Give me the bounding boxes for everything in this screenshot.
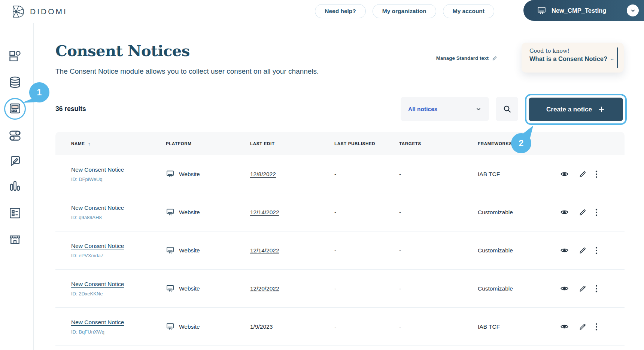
results-count: 36 results — [55, 105, 86, 113]
monitor-icon — [537, 6, 546, 15]
row-menu-button[interactable] — [595, 322, 598, 331]
platform-cell: Website — [160, 284, 244, 293]
sidebar-item-content-editor[interactable] — [8, 154, 22, 168]
brand-logo[interactable]: DIDOMI — [11, 5, 67, 18]
manage-standard-text-link[interactable]: Manage Standard text — [436, 55, 497, 61]
notice-name-cell: New Consent Notice ID: ePVXmda7 — [55, 243, 160, 258]
notice-id: ID: DFpiWeUq — [71, 176, 160, 182]
notice-name-cell: New Consent Notice ID: q9a89AH8 — [55, 205, 160, 220]
column-header-name[interactable]: NAME ↑ — [55, 141, 160, 147]
good-to-know-callout[interactable]: Good to know! What is a Consent Notice? … — [522, 43, 624, 73]
last-published-cell: - — [329, 323, 394, 330]
platform-cell: Website — [160, 208, 244, 217]
edit-button[interactable] — [579, 170, 587, 178]
kebab-menu-icon — [595, 284, 598, 293]
create-notice-label: Create a notice — [546, 106, 592, 113]
frameworks-cell: Customizable — [472, 285, 553, 292]
pencil-icon — [579, 208, 587, 216]
storefront-icon — [8, 233, 22, 246]
notice-name-cell: New Consent Notice ID: 2DxeKKNe — [55, 281, 160, 297]
frameworks-cell: Customizable — [472, 209, 553, 216]
workspace-switcher[interactable]: New_CMP_Testing — [523, 0, 644, 21]
column-header-last-edit: LAST EDIT — [244, 141, 329, 146]
frameworks-cell: IAB TCF — [472, 171, 553, 178]
row-menu-button[interactable] — [595, 246, 598, 255]
row-actions — [553, 170, 625, 179]
search-icon — [503, 105, 511, 113]
column-header-targets: TARGETS — [394, 141, 472, 146]
my-account-button[interactable]: My account — [443, 4, 494, 18]
create-notice-button[interactable]: Create a notice — [529, 98, 623, 121]
edit-bubble-icon — [8, 154, 22, 168]
chevron-down-icon — [476, 106, 482, 112]
notice-name-link[interactable]: New Consent Notice — [71, 243, 160, 249]
sidebar-item-analytics[interactable] — [8, 179, 22, 193]
column-header-platform: PLATFORM — [160, 141, 244, 146]
row-actions — [553, 322, 625, 331]
targets-cell: - — [394, 285, 472, 292]
pencil-icon — [579, 285, 587, 292]
preview-button[interactable] — [560, 246, 569, 255]
step-1-badge — [19, 81, 51, 107]
bar-chart-icon — [8, 179, 22, 193]
callout-question: What is a Consent Notice? — [529, 55, 607, 62]
notice-name-link[interactable]: New Consent Notice — [71, 319, 160, 326]
table-row: New Consent Notice ID: BqFUnXWq Website … — [55, 308, 625, 346]
kebab-menu-icon — [595, 322, 598, 331]
notice-name-link[interactable]: New Consent Notice — [71, 166, 160, 173]
row-actions — [553, 208, 625, 217]
edit-button[interactable] — [579, 208, 587, 216]
edit-button[interactable] — [579, 323, 587, 331]
targets-cell: - — [394, 323, 472, 330]
kebab-menu-icon — [595, 208, 598, 217]
sidebar — [0, 23, 34, 350]
chevron-down-icon — [630, 8, 636, 13]
need-help-button[interactable]: Need help? — [315, 4, 366, 18]
notice-name-link[interactable]: New Consent Notice — [71, 205, 160, 211]
workspace-caret-button[interactable] — [627, 4, 639, 16]
last-published-cell: - — [329, 247, 394, 254]
top-bar: DIDOMI Need help? My organization My acc… — [0, 0, 644, 23]
sidebar-item-dashboard[interactable] — [8, 49, 22, 63]
row-menu-button[interactable] — [595, 208, 598, 217]
brand-name: DIDOMI — [30, 7, 67, 16]
targets-cell: - — [394, 171, 472, 178]
pencil-icon — [579, 323, 587, 331]
targets-cell: - — [394, 209, 472, 216]
notice-name-cell: New Consent Notice ID: BqFUnXWq — [55, 319, 160, 335]
pencil-icon — [492, 56, 497, 61]
my-organization-button[interactable]: My organization — [373, 4, 436, 18]
manage-standard-text-label: Manage Standard text — [436, 55, 489, 61]
platform-label: Website — [179, 247, 200, 254]
form-list-icon — [8, 206, 22, 220]
pencil-icon — [579, 170, 587, 178]
column-header-last-published: LAST PUBLISHED — [329, 141, 394, 146]
preview-button[interactable] — [560, 170, 569, 178]
kebab-menu-icon — [595, 246, 598, 255]
notice-id: ID: ePVXmda7 — [71, 253, 160, 258]
preview-button[interactable] — [560, 322, 569, 331]
preview-button[interactable] — [560, 208, 569, 217]
eye-icon — [560, 322, 569, 331]
preview-button[interactable] — [560, 284, 569, 293]
last-published-cell: - — [329, 209, 394, 216]
notice-id: ID: BqFUnXWq — [71, 329, 160, 335]
edit-button[interactable] — [579, 285, 587, 292]
page-subtitle: The Consent Notice module allows you to … — [55, 67, 319, 76]
dashboard-icon — [8, 49, 22, 63]
search-button[interactable] — [496, 97, 518, 121]
top-nav: Need help? My organization My account — [315, 4, 494, 18]
notice-name-link[interactable]: New Consent Notice — [71, 281, 160, 288]
notices-filter-dropdown[interactable]: All notices — [401, 97, 489, 121]
notice-id: ID: q9a89AH8 — [71, 215, 160, 220]
sidebar-item-forms[interactable] — [8, 206, 22, 220]
sort-asc-icon[interactable]: ↑ — [88, 141, 91, 147]
page-title: Consent Notices — [55, 42, 190, 59]
row-menu-button[interactable] — [595, 284, 598, 293]
sidebar-item-marketplace[interactable] — [8, 233, 22, 246]
row-menu-button[interactable] — [595, 170, 598, 179]
app-root: DIDOMI Need help? My organization My acc… — [0, 0, 644, 350]
sidebar-item-preferences[interactable] — [8, 129, 22, 142]
edit-button[interactable] — [579, 246, 587, 254]
toggles-icon — [8, 129, 22, 142]
